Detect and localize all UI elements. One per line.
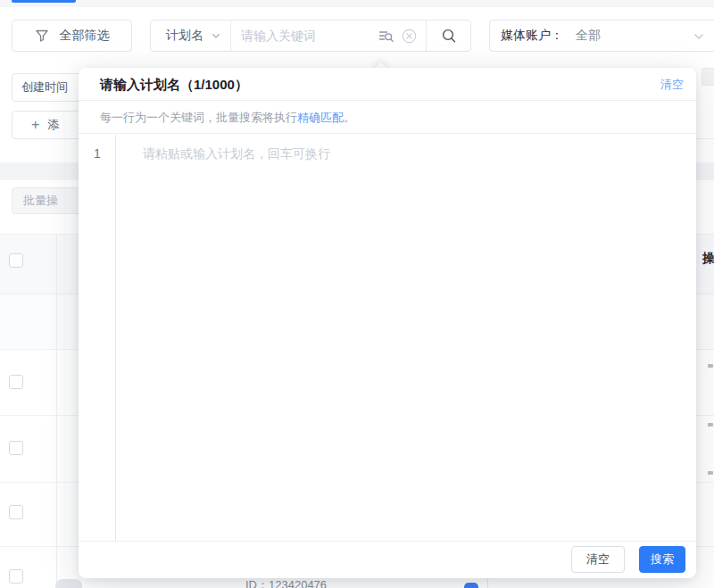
modal-header: 请输入计划名（1/1000） 清空 xyxy=(79,68,696,101)
add-button-label: 添 xyxy=(47,117,59,133)
exact-match-link[interactable]: 精确匹配 xyxy=(297,111,344,124)
modal-title: 请输入计划名（1/1000） xyxy=(100,77,248,92)
right-border-fragment xyxy=(694,138,714,139)
active-tab-indicator xyxy=(12,0,76,3)
select-all-checkbox[interactable] xyxy=(9,253,23,268)
plan-id-text: ID：123420476 xyxy=(245,577,327,588)
media-account-select[interactable]: 媒体账户： 全部 xyxy=(489,20,714,52)
line-number: 1 xyxy=(79,135,116,161)
modal-clear-link[interactable]: 清空 xyxy=(660,68,684,101)
right-toolbar-fragment xyxy=(702,68,714,86)
plan-name-editor: 1 xyxy=(79,135,696,541)
create-time-label: 创建时间 xyxy=(21,79,68,95)
search-button[interactable] xyxy=(427,21,470,51)
clear-circle-icon[interactable] xyxy=(402,29,417,44)
filter-all-label: 全部筛选 xyxy=(60,28,110,44)
batch-search-modal: 请输入计划名（1/1000） 清空 每一行为一个关键词，批量搜索将执行精确匹配。… xyxy=(79,68,696,578)
top-strip xyxy=(0,0,714,7)
row-checkbox[interactable] xyxy=(9,441,23,455)
media-account-value: 全部 xyxy=(576,28,710,44)
table-column-divider xyxy=(56,234,57,588)
batch-search-icon[interactable] xyxy=(378,28,394,45)
batch-operation-label: 批量操 xyxy=(23,193,58,209)
row-checkbox[interactable] xyxy=(9,375,23,389)
screen: 全部筛选 计划名 xyxy=(0,0,714,588)
magnifier-icon xyxy=(441,28,457,44)
keyword-input[interactable] xyxy=(231,21,378,51)
hint-period: 。 xyxy=(344,111,355,124)
line-number-gutter: 1 xyxy=(79,135,116,541)
row-content-fragment xyxy=(708,423,713,427)
filter-all-button[interactable]: 全部筛选 xyxy=(12,20,132,52)
search-field-value: 计划名 xyxy=(166,28,203,44)
switch-fragment[interactable] xyxy=(55,579,82,588)
funnel-icon xyxy=(35,29,49,43)
keyword-input-icons xyxy=(378,28,426,45)
chevron-down-icon xyxy=(693,30,705,43)
row-content-fragment xyxy=(708,471,713,475)
keyword-search-group: 计划名 xyxy=(150,20,471,52)
table-header-column-fragment: 操 xyxy=(702,251,714,269)
plus-icon: + xyxy=(31,117,39,133)
media-account-label: 媒体账户： xyxy=(501,28,563,44)
search-field-select[interactable]: 计划名 xyxy=(151,21,230,51)
hint-text: 每一行为一个关键词，批量搜索将执行 xyxy=(100,111,297,124)
plan-name-textarea[interactable] xyxy=(117,135,695,541)
status-toggle-fragment[interactable] xyxy=(464,583,478,588)
modal-footer: 清空 搜索 xyxy=(79,541,696,578)
modal-footer-search-button[interactable]: 搜索 xyxy=(639,546,685,573)
row-checkbox[interactable] xyxy=(9,569,23,584)
modal-hint: 每一行为一个关键词，批量搜索将执行精确匹配。 xyxy=(79,101,696,134)
chevron-down-icon xyxy=(211,30,221,41)
modal-footer-clear-button[interactable]: 清空 xyxy=(571,546,625,573)
row-content-fragment xyxy=(708,364,713,368)
row-checkbox[interactable] xyxy=(9,505,23,519)
